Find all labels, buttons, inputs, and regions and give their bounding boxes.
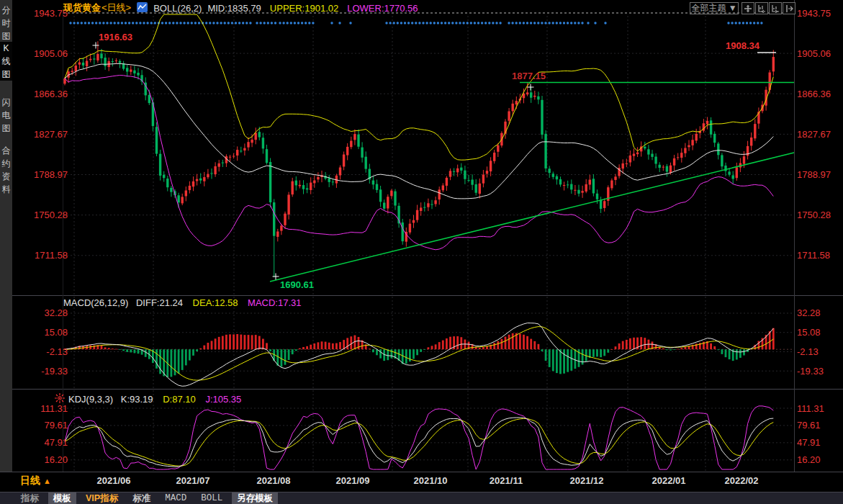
bottom-toolbar: 指标模板VIP指标标准MACDBOLL另存模板	[0, 492, 843, 504]
boll-mid-value: MID:1835.79	[207, 3, 261, 14]
sidebar-item-4[interactable]: 合约资料	[0, 144, 12, 196]
price-tick-L: 16.20	[16, 454, 68, 465]
price-tick-L: 1711.58	[16, 250, 68, 261]
period-selector[interactable]: 日线▲	[20, 474, 51, 487]
x-axis-month-label: 2021/11	[477, 475, 535, 486]
price-tick-L: 1750.28	[16, 210, 68, 220]
boll-upper-value: UPPER:1901.02	[270, 3, 338, 14]
price-annotation: 1690.61	[280, 279, 314, 290]
trading-app: 分时图K线图闪电图合约资料 现货黄金<日线> BOLL(26,2) MID:18…	[0, 0, 843, 504]
macd-panel-header: MACD(26,12,9) DIFF:21.24 DEA:12.58 MACD:…	[63, 297, 302, 308]
price-tick-L: 111.31	[16, 403, 68, 414]
toolbar-tab-7[interactable]: 另存模板	[232, 492, 278, 504]
price-tick-R: 111.31	[797, 403, 842, 414]
sidebar-item-2[interactable]: K线图	[0, 42, 12, 81]
price-tick-L: 79.61	[16, 420, 68, 431]
price-tick-R: 1750.28	[797, 210, 842, 220]
crosshair-icon[interactable]	[741, 2, 754, 14]
price-tick-R: 47.91	[797, 437, 842, 448]
price-tick-R: 1711.58	[797, 250, 842, 261]
x-axis-month-label: 2021/08	[245, 475, 302, 486]
zoom-in-icon[interactable]	[769, 2, 782, 14]
x-axis-month-label: 2021/12	[558, 475, 616, 486]
x-axis-month-label: 2022/02	[713, 475, 770, 486]
toolbar-tab-1[interactable]: 指标	[16, 492, 44, 504]
chevron-down-icon: ▼	[729, 3, 737, 13]
price-tick-R: 1866.36	[797, 89, 842, 99]
chart-type-sidebar: 分时图K线图闪电图合约资料	[0, 0, 12, 472]
price-tick-R: 79.61	[797, 420, 842, 431]
price-tick-L: 1788.97	[16, 169, 68, 180]
toolbar-tab-6[interactable]: BOLL	[196, 492, 227, 504]
kdj-params: KDJ(9,3,3)	[68, 394, 113, 405]
price-tick-R: 1905.06	[797, 48, 842, 59]
sidebar-item-3[interactable]: 闪电图	[0, 96, 12, 135]
period-label: 日线	[20, 474, 40, 486]
macd-dea-value: DEA:12.58	[193, 297, 238, 308]
price-annotation: 1916.63	[99, 32, 132, 42]
macd-macd-value: MACD:17.31	[248, 297, 301, 308]
price-tick-L: -2.13	[16, 346, 68, 357]
x-axis-month-label: 2021/10	[402, 475, 459, 486]
price-tick-R: -2.13	[797, 346, 842, 357]
toolbar-tab-5[interactable]: MACD	[160, 492, 191, 504]
price-annotation: 1877.15	[512, 71, 546, 81]
x-axis-month-label: 2021/09	[324, 475, 382, 486]
boll-params: BOLL(26,2)	[153, 3, 202, 14]
price-tick-R: -19.33	[797, 366, 842, 377]
chart-canvas[interactable]	[0, 0, 843, 504]
toolbar-tab-2[interactable]: 模板	[48, 492, 76, 504]
price-tick-L: 32.28	[16, 307, 68, 318]
price-annotation: 1908.34	[726, 40, 759, 51]
price-tick-R: 1943.75	[797, 8, 842, 19]
boll-lower-value: LOWER:1770.56	[347, 3, 418, 14]
sidebar-item-1[interactable]: 分时图	[0, 4, 12, 42]
x-axis-month-label: 2022/01	[640, 475, 698, 486]
price-tick-L: 1905.06	[16, 48, 68, 59]
k-line-chart-icon	[137, 2, 148, 14]
price-tick-R: 15.08	[797, 327, 842, 338]
triangle-up-icon: ▲	[43, 477, 51, 485]
period-tag: <日线>	[102, 1, 131, 14]
price-tick-R: 1788.97	[797, 169, 842, 180]
pan-right-icon[interactable]	[783, 2, 795, 14]
kdj-k-value: K:93.19	[121, 394, 153, 405]
price-tick-L: 1827.67	[16, 129, 68, 140]
zoom-out-icon[interactable]	[755, 2, 768, 14]
toolbar-tab-4[interactable]: 标准	[127, 492, 155, 504]
theme-dropdown[interactable]: 全部主题 ▼	[690, 2, 739, 14]
price-tick-L: -19.33	[16, 366, 68, 377]
price-tick-R: 16.20	[797, 454, 842, 465]
theme-dropdown-label: 全部主题	[691, 3, 726, 13]
macd-diff-value: DIFF:21.24	[136, 297, 183, 308]
toolbar-tab-3[interactable]: VIP指标	[81, 492, 123, 504]
price-tick-L: 15.08	[16, 327, 68, 338]
price-tick-R: 1827.67	[797, 129, 842, 140]
x-axis-month-label: 2021/07	[164, 475, 222, 486]
kdj-d-value: D:87.10	[163, 394, 196, 405]
symbol-name: 现货黄金	[63, 1, 101, 14]
price-tick-R: 32.28	[797, 307, 842, 318]
price-tick-L: 1943.75	[16, 8, 68, 19]
kdj-panel-header: KDJ(9,3,3) K:93.19 D:87.10 J:105.35	[68, 394, 241, 405]
price-tick-L: 47.91	[16, 437, 68, 448]
main-chart-header: 现货黄金<日线> BOLL(26,2) MID:1835.79 UPPER:19…	[63, 1, 418, 14]
price-tick-L: 1866.36	[16, 89, 68, 99]
kdj-j-value: J:105.35	[205, 394, 241, 405]
macd-params: MACD(26,12,9)	[63, 297, 128, 308]
x-axis-month-label: 2021/06	[85, 475, 143, 486]
